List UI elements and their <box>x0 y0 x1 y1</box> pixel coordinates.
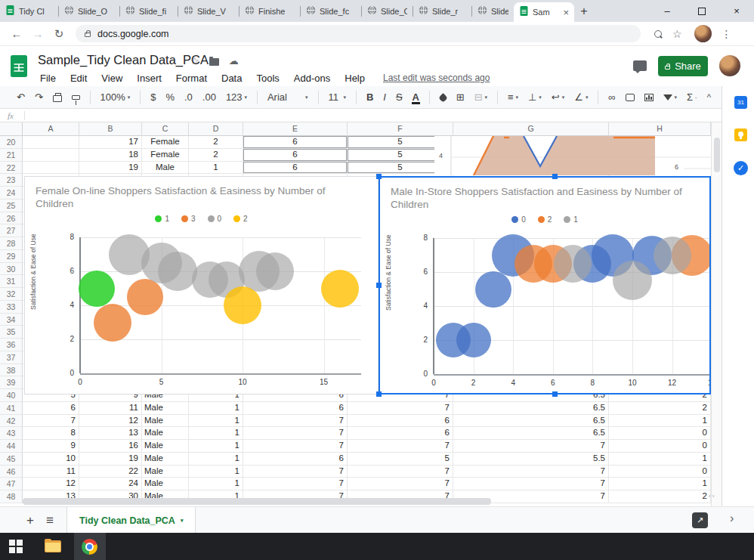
selection-handle-top-left[interactable] <box>376 174 382 179</box>
row-header-34[interactable]: 34 <box>0 314 23 326</box>
cell-H41[interactable]: 2 <box>609 402 711 415</box>
cell-A22[interactable] <box>23 162 79 174</box>
horizontal-align-icon[interactable]: ≡▾ <box>508 91 518 103</box>
vertical-scrollbar[interactable] <box>711 122 722 506</box>
cell-A43[interactable]: 8 <box>23 427 79 440</box>
browser-tab-slide-in[interactable]: Slide_in <box>472 0 514 22</box>
row-header-47[interactable]: 47 <box>0 478 23 490</box>
selection-handle-bottom-left[interactable] <box>376 391 382 397</box>
maximize-button[interactable] <box>684 0 719 22</box>
bubble-children-2[interactable] <box>321 270 359 308</box>
cell-C22[interactable]: Male <box>142 162 189 174</box>
row-header-33[interactable]: 33 <box>0 301 23 314</box>
row-header-30[interactable]: 30 <box>0 263 23 275</box>
merge-cells-icon[interactable]: ⊟▾ <box>474 91 487 103</box>
bookmark-star-icon[interactable]: ☆ <box>672 28 682 40</box>
browser-tab-slide-v[interactable]: Slide_V <box>178 0 239 22</box>
cell-C43[interactable]: Male <box>142 427 189 440</box>
row-header-43[interactable]: 43 <box>0 427 23 440</box>
cell-E42[interactable]: 7 <box>243 415 348 427</box>
move-folder-icon[interactable] <box>209 58 219 66</box>
browser-tab-sam[interactable]: Sam× <box>514 2 574 22</box>
menu-add-ons[interactable]: Add-ons <box>290 71 334 85</box>
cell-G44[interactable]: 7 <box>453 440 609 453</box>
text-wrap-icon[interactable]: ↩▾ <box>552 91 564 103</box>
bubble-children-1[interactable] <box>613 261 652 300</box>
new-tab-button[interactable]: + <box>574 2 594 21</box>
cell-A46[interactable]: 11 <box>23 466 79 478</box>
row-header-38[interactable]: 38 <box>0 364 23 376</box>
add-sheet-button[interactable]: + <box>21 507 39 534</box>
filter-icon[interactable]: ▾ <box>663 94 678 101</box>
print-icon[interactable] <box>53 93 62 102</box>
forward-icon[interactable]: → <box>27 27 48 40</box>
sheet-tab-tidy-clean-data-pca[interactable]: Tidy Clean Data_PCA ▾ <box>66 507 196 534</box>
tasks-icon[interactable]: ✓ <box>734 161 748 175</box>
row-header-48[interactable]: 48 <box>0 490 23 503</box>
cell-D45[interactable]: 1 <box>189 453 243 466</box>
cell-D42[interactable]: 1 <box>189 415 243 427</box>
cell-B44[interactable]: 16 <box>79 440 142 453</box>
strikethrough-button[interactable]: S <box>396 91 403 103</box>
cell-B46[interactable]: 22 <box>79 466 142 478</box>
cell-C46[interactable]: Male <box>142 466 189 478</box>
cell-H48[interactable]: 2 <box>609 490 711 503</box>
cell-D41[interactable]: 1 <box>189 402 243 415</box>
undo-icon[interactable]: ↶ <box>17 91 25 103</box>
cell-E47[interactable]: 7 <box>243 478 348 490</box>
cell-G41[interactable]: 6.5 <box>453 402 609 415</box>
font-size-select[interactable]: 11▾ <box>328 91 346 103</box>
cell-C42[interactable]: Male <box>142 415 189 427</box>
functions-icon[interactable]: Σ- <box>687 91 697 103</box>
menu-help[interactable]: Help <box>341 71 369 85</box>
redo-icon[interactable]: ↷ <box>35 91 43 103</box>
account-avatar[interactable] <box>719 55 740 76</box>
cell-A41[interactable]: 6 <box>23 402 79 415</box>
scroll-arrows[interactable]: ‹› <box>709 493 715 500</box>
cell-F42[interactable]: 6 <box>348 415 453 427</box>
document-title[interactable]: Sample_Tidy Clean Data_PCA <box>38 53 209 67</box>
cell-A21[interactable] <box>23 149 79 162</box>
borders-icon[interactable]: ⊞ <box>456 91 465 103</box>
keep-icon[interactable] <box>734 128 747 141</box>
format-percent-button[interactable]: % <box>165 91 175 103</box>
browser-tab-slide-o[interactable]: Slide_O <box>59 0 119 22</box>
share-button[interactable]: Share <box>658 56 708 76</box>
row-header-37[interactable]: 37 <box>0 351 23 364</box>
cell-H45[interactable]: 1 <box>609 453 711 466</box>
bubble-children-0[interactable] <box>475 271 511 308</box>
cell-B45[interactable]: 19 <box>79 453 142 466</box>
increase-decimals-button[interactable]: .00 <box>202 91 216 103</box>
cell-C20[interactable]: Female <box>142 136 189 149</box>
row-header-39[interactable]: 39 <box>0 376 23 389</box>
bubble-children-2[interactable] <box>224 286 261 324</box>
cell-D43[interactable]: 1 <box>189 427 243 440</box>
cell-C41[interactable]: Male <box>142 402 189 415</box>
cell-F41[interactable]: 7 <box>348 402 453 415</box>
cell-D44[interactable]: 1 <box>189 440 243 453</box>
cell-D46[interactable]: 1 <box>189 466 243 478</box>
cell-G42[interactable]: 6.5 <box>453 415 609 427</box>
row-header-29[interactable]: 29 <box>0 250 23 263</box>
row-header-41[interactable]: 41 <box>0 402 23 415</box>
zoom-select[interactable]: 100%▾ <box>100 91 131 103</box>
all-sheets-icon[interactable]: ≡ <box>41 507 59 534</box>
cell-C47[interactable]: Male <box>142 478 189 490</box>
row-header-24[interactable]: 24 <box>0 187 23 200</box>
reload-icon[interactable]: ↻ <box>48 27 70 41</box>
cell-C44[interactable]: Male <box>142 440 189 453</box>
bubble-children-1[interactable] <box>554 245 592 283</box>
row-header-46[interactable]: 46 <box>0 466 23 478</box>
bold-button[interactable]: B <box>366 91 373 103</box>
chart-female-online[interactable]: Female On-line Shoppers Satisfaction & E… <box>24 176 379 394</box>
row-header-23[interactable]: 23 <box>0 174 23 187</box>
menu-view[interactable]: View <box>97 71 126 85</box>
cell-D22[interactable]: 1 <box>189 162 243 174</box>
col-header-E[interactable]: E <box>243 122 348 136</box>
col-header-A[interactable]: A <box>23 122 79 136</box>
paint-format-icon[interactable] <box>72 95 80 100</box>
collapse-toolbar-icon[interactable]: ^ <box>706 92 711 103</box>
cell-B20[interactable]: 17 <box>79 136 142 149</box>
browser-tab-finishe[interactable]: Finishe <box>239 0 300 22</box>
vertical-scrollbar-thumb[interactable] <box>714 138 720 172</box>
